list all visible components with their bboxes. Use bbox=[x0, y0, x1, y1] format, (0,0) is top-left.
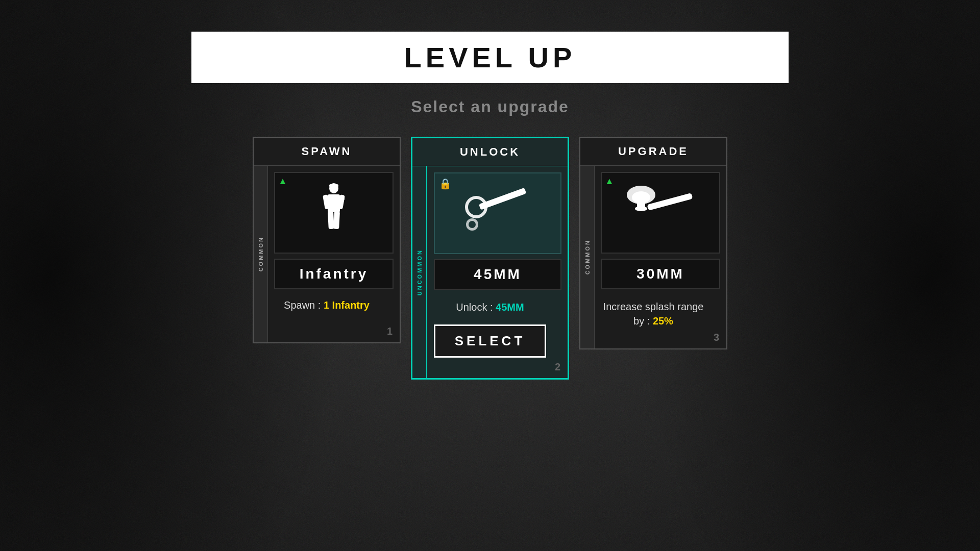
unlock-weapon-name: 45MM bbox=[434, 259, 561, 290]
spawn-weapon-name: Infantry bbox=[274, 259, 394, 289]
upgrade-image-area: ▲ bbox=[601, 172, 720, 254]
card-unlock-header: UNLOCK bbox=[412, 138, 568, 166]
spawn-image-area: ▲ bbox=[274, 172, 394, 254]
svg-rect-6 bbox=[333, 211, 340, 230]
upgrade-desc-line1: Increase splash range bbox=[603, 301, 704, 312]
cannon-icon bbox=[457, 188, 538, 239]
cards-container: SPAWN COMMON ▲ bbox=[253, 137, 727, 380]
tree-badge-upgrade-icon: ▲ bbox=[605, 176, 614, 187]
upgrade-rarity-text: COMMON bbox=[584, 239, 591, 274]
header-banner: LEVEL UP bbox=[191, 32, 789, 83]
upgrade-desc-prefix: by : bbox=[633, 315, 653, 327]
card-spawn-header: SPAWN bbox=[254, 138, 400, 166]
upgrade-rarity-label: COMMON bbox=[580, 166, 595, 348]
page-title: LEVEL UP bbox=[191, 41, 789, 74]
svg-point-12 bbox=[469, 221, 476, 228]
spawn-desc-prefix: Spawn : bbox=[284, 299, 324, 311]
svg-rect-2 bbox=[328, 194, 340, 212]
unlock-desc-value: 45MM bbox=[496, 302, 524, 313]
svg-point-16 bbox=[635, 206, 647, 211]
spawn-rarity-label: COMMON bbox=[254, 166, 268, 342]
upgrade-desc-value: 25% bbox=[653, 315, 673, 327]
subtitle: Select an upgrade bbox=[411, 97, 569, 116]
upgrade-weapon-name: 30MM bbox=[601, 259, 720, 289]
unlock-desc-prefix: Unlock : bbox=[456, 302, 496, 313]
card-upgrade: UPGRADE COMMON ▲ 30MM bbox=[579, 137, 727, 349]
svg-rect-1 bbox=[329, 184, 338, 187]
tree-badge-icon: ▲ bbox=[278, 176, 287, 187]
svg-rect-5 bbox=[328, 211, 334, 230]
explosion-cannon-icon bbox=[620, 182, 701, 243]
spawn-rarity-text: COMMON bbox=[258, 236, 264, 271]
card-upgrade-header: UPGRADE bbox=[580, 138, 726, 166]
unlock-corner-number: 2 bbox=[555, 361, 560, 373]
lock-icon: 🔒 bbox=[439, 178, 452, 190]
svg-rect-10 bbox=[479, 188, 526, 210]
main-content: LEVEL UP Select an upgrade SPAWN COMMON … bbox=[0, 0, 980, 551]
spawn-corner-number: 1 bbox=[387, 325, 393, 337]
card-spawn: SPAWN COMMON ▲ bbox=[253, 137, 401, 343]
card-unlock[interactable]: UNLOCK UNCOMMON 🔒 bbox=[411, 137, 569, 380]
upgrade-description: Increase splash range by : 25% bbox=[580, 299, 726, 328]
select-button[interactable]: SELECT bbox=[434, 324, 546, 358]
unlock-image-area: 🔒 bbox=[434, 172, 561, 254]
spawn-description: Spawn : 1 Infantry bbox=[254, 299, 400, 311]
unlock-description: Unlock : 45MM bbox=[412, 300, 568, 314]
spawn-desc-value: 1 Infantry bbox=[324, 299, 370, 311]
unlock-rarity-text: UNCOMMON bbox=[416, 249, 423, 295]
soldier-icon bbox=[313, 182, 354, 243]
unlock-rarity-label: UNCOMMON bbox=[412, 166, 427, 378]
upgrade-corner-number: 3 bbox=[714, 332, 719, 343]
